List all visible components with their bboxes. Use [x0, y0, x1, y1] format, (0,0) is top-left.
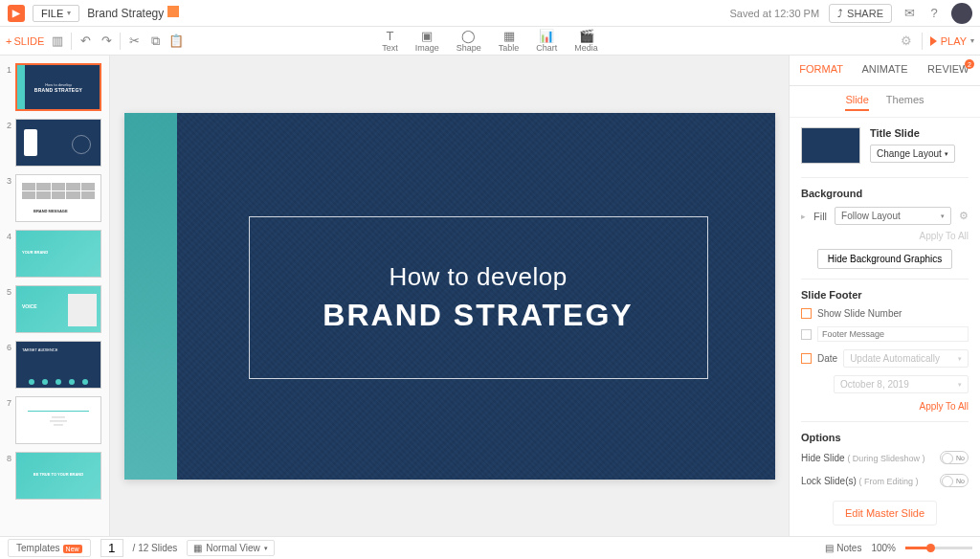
- slide-canvas[interactable]: How to develop BRAND STRATEGY: [110, 56, 789, 536]
- apply-all-bg: Apply To All: [801, 231, 969, 241]
- thumb-6[interactable]: TARGET AUDIENCE: [15, 341, 101, 389]
- cut-icon[interactable]: ✂: [126, 34, 142, 49]
- notes-button[interactable]: ▤Notes: [825, 543, 861, 553]
- presentation-icon: [167, 6, 179, 17]
- date-checkbox[interactable]: [801, 353, 812, 364]
- redo-icon[interactable]: ↷: [99, 34, 114, 49]
- image-icon: ▣: [419, 29, 434, 42]
- slide-count: / 12 Slides: [133, 543, 178, 553]
- thumb-3[interactable]: BRAND MESSAGE: [15, 174, 101, 222]
- thumb-8[interactable]: BE TRUE TO YOUR BRAND: [15, 452, 101, 500]
- undo-icon[interactable]: ↶: [78, 34, 93, 49]
- expand-icon[interactable]: ▸: [801, 212, 806, 221]
- shape-icon: ◯: [461, 29, 477, 42]
- add-slide-button[interactable]: +SLIDE: [6, 35, 44, 47]
- current-slide[interactable]: How to develop BRAND STRATEGY: [124, 113, 775, 480]
- insert-shape[interactable]: ◯Shape: [457, 29, 481, 53]
- subtab-slide[interactable]: Slide: [845, 94, 868, 111]
- edit-master-button[interactable]: Edit Master Slide: [833, 501, 937, 525]
- share-button[interactable]: ⤴SHARE: [829, 4, 892, 23]
- help-icon[interactable]: ?: [926, 6, 942, 21]
- date-mode-select: Update Automatically: [843, 349, 969, 368]
- options-heading: Options: [801, 432, 969, 443]
- date-value-select: October 8, 2019: [834, 375, 969, 393]
- grid-icon: ▦: [193, 543, 202, 553]
- thumb-7[interactable]: ━━━━━━━━━━━━━━━━━━━━━: [15, 396, 101, 444]
- insert-media[interactable]: 🎬Media: [574, 29, 598, 53]
- tab-review[interactable]: REVIEW2: [917, 56, 980, 85]
- paste-icon[interactable]: 📋: [168, 34, 184, 49]
- thumb-1[interactable]: How to developBRAND STRATEGY: [15, 63, 101, 111]
- slide-title[interactable]: BRAND STRATEGY: [323, 298, 633, 333]
- insert-chart[interactable]: 📊Chart: [536, 29, 557, 53]
- file-menu[interactable]: FILE: [33, 5, 79, 22]
- layout-preview: [801, 127, 860, 164]
- thumb-2[interactable]: [15, 119, 101, 167]
- insert-table[interactable]: ▦Table: [499, 29, 520, 53]
- new-badge: New: [63, 545, 82, 553]
- zoom-slider[interactable]: [905, 547, 972, 549]
- page-input[interactable]: [100, 539, 123, 557]
- slide-subtitle[interactable]: How to develop: [389, 262, 567, 292]
- tab-format[interactable]: FORMAT: [790, 56, 853, 85]
- app-logo: ▶: [8, 5, 25, 22]
- footer-message-input[interactable]: [817, 326, 969, 342]
- play-button[interactable]: PLAY▾: [930, 35, 974, 47]
- slide-thumbnails[interactable]: 1How to developBRAND STRATEGY 2 3BRAND M…: [0, 56, 110, 536]
- zoom-value: 100%: [871, 543, 896, 553]
- view-mode-select[interactable]: ▦Normal View: [187, 540, 275, 556]
- document-title[interactable]: Brand Strategy: [87, 6, 179, 20]
- save-status: Saved at 12:30 PM: [730, 8, 820, 19]
- table-icon: ▦: [501, 29, 517, 42]
- layout-name: Title Slide: [870, 127, 969, 139]
- fill-label: Fill: [813, 211, 827, 222]
- notes-icon: ▤: [825, 543, 834, 553]
- user-avatar[interactable]: [951, 3, 972, 24]
- settings-icon[interactable]: ⚙: [899, 34, 914, 49]
- insert-image[interactable]: ▣Image: [415, 29, 439, 53]
- plus-icon: +: [6, 35, 11, 47]
- fill-select[interactable]: Follow Layout: [835, 207, 951, 225]
- text-icon: T: [382, 29, 397, 42]
- thumb-5[interactable]: VOICE: [15, 285, 101, 333]
- lock-slide-toggle[interactable]: No: [940, 474, 969, 487]
- footer-heading: Slide Footer: [801, 289, 969, 301]
- footer-msg-checkbox[interactable]: [801, 329, 812, 340]
- layout-icon[interactable]: ▥: [50, 34, 65, 49]
- insert-text[interactable]: TText: [382, 29, 398, 53]
- show-number-checkbox[interactable]: [801, 308, 812, 319]
- tab-animate[interactable]: ANIMATE: [853, 56, 916, 85]
- media-icon: 🎬: [579, 29, 594, 42]
- background-heading: Background: [801, 188, 969, 199]
- share-icon: ⤴: [837, 8, 843, 19]
- apply-all-footer[interactable]: Apply To All: [801, 401, 969, 412]
- chart-icon: 📊: [539, 29, 554, 42]
- thumb-4[interactable]: YOUR BRAND: [15, 230, 101, 278]
- copy-icon[interactable]: ⧉: [147, 34, 163, 49]
- hide-bg-graphics-button[interactable]: Hide Background Graphics: [817, 249, 953, 269]
- review-badge: 2: [965, 59, 974, 69]
- change-layout-button[interactable]: Change Layout: [870, 145, 955, 163]
- fill-settings-icon[interactable]: ⚙: [959, 210, 969, 222]
- play-icon: [930, 36, 937, 46]
- subtab-themes[interactable]: Themes: [886, 94, 924, 111]
- hide-slide-toggle[interactable]: No: [940, 451, 969, 464]
- mail-icon[interactable]: ✉: [902, 6, 917, 21]
- templates-button[interactable]: TemplatesNew: [8, 539, 91, 557]
